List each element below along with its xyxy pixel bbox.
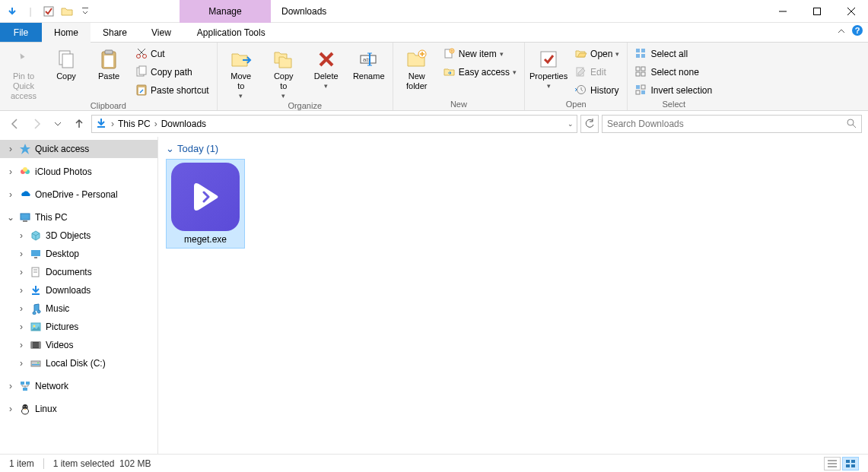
chevron-right-icon[interactable]: › bbox=[6, 166, 15, 177]
help-icon[interactable]: ? bbox=[851, 24, 863, 39]
address-dropdown-icon[interactable]: ⌄ bbox=[568, 120, 574, 128]
svg-rect-67 bbox=[32, 364, 40, 366]
onedrive-icon bbox=[18, 188, 32, 201]
ribbon-collapse-icon[interactable] bbox=[838, 27, 845, 37]
file-list[interactable]: ⌄ Today (1) meget.exe bbox=[158, 137, 868, 454]
qa-dropdown-icon[interactable] bbox=[78, 4, 93, 19]
search-input[interactable]: Search Downloads bbox=[602, 115, 862, 133]
home-tab[interactable]: Home bbox=[42, 23, 91, 42]
recent-dropdown[interactable] bbox=[49, 115, 67, 133]
sidebar-item-quick-access[interactable]: › Quick access bbox=[0, 140, 157, 158]
select-none-button[interactable]: Select none bbox=[632, 64, 715, 81]
svg-rect-3 bbox=[813, 8, 820, 15]
back-button[interactable] bbox=[6, 115, 24, 133]
copy-button[interactable]: Copy bbox=[47, 44, 85, 81]
chevron-right-icon[interactable]: › bbox=[17, 267, 26, 277]
downloads-location-icon bbox=[95, 117, 107, 131]
chevron-right-icon[interactable]: › bbox=[6, 189, 15, 200]
sidebar-item-linux[interactable]: ›Linux bbox=[0, 400, 157, 418]
context-tab-manage[interactable]: Manage bbox=[180, 0, 271, 23]
disk-icon bbox=[29, 357, 43, 369]
chevron-right-icon[interactable]: › bbox=[17, 230, 26, 241]
edit-button[interactable]: Edit bbox=[572, 64, 622, 81]
sidebar-item-documents[interactable]: ›Documents bbox=[0, 263, 157, 281]
svg-rect-11 bbox=[105, 50, 113, 54]
sidebar-item-local-disk[interactable]: ›Local Disk (C:) bbox=[0, 354, 157, 372]
sidebar-item-onedrive[interactable]: › OneDrive - Personal bbox=[0, 185, 157, 204]
file-tab[interactable]: File bbox=[0, 23, 42, 42]
chevron-right-icon[interactable]: › bbox=[6, 404, 15, 414]
svg-rect-12 bbox=[104, 55, 113, 67]
maximize-button[interactable] bbox=[800, 0, 834, 23]
sidebar-item-icloud[interactable]: › iCloud Photos bbox=[0, 163, 157, 181]
rename-button[interactable]: ab Rename bbox=[350, 44, 388, 81]
chevron-right-icon[interactable]: › bbox=[6, 144, 15, 154]
pictures-icon bbox=[29, 321, 43, 333]
chevron-down-icon[interactable]: ⌄ bbox=[166, 143, 174, 154]
application-tools-tab[interactable]: Application Tools bbox=[185, 23, 278, 42]
breadcrumb-downloads[interactable]: Downloads bbox=[161, 119, 206, 129]
close-button[interactable] bbox=[834, 0, 868, 23]
svg-point-14 bbox=[143, 54, 147, 58]
chevron-right-icon[interactable]: › bbox=[152, 119, 160, 129]
refresh-button[interactable] bbox=[580, 115, 599, 133]
pin-quick-access-button[interactable]: Pin to Quick access bbox=[5, 44, 43, 101]
copy-path-button[interactable]: Copy path bbox=[132, 64, 212, 81]
easy-access-button[interactable]: Easy access ▾ bbox=[440, 64, 520, 81]
properties-checkbox-icon[interactable] bbox=[41, 4, 56, 19]
sidebar-item-desktop[interactable]: ›Desktop bbox=[0, 245, 157, 263]
ribbon-group-label: Open bbox=[529, 100, 622, 110]
icons-view-button[interactable] bbox=[842, 457, 859, 470]
chevron-right-icon[interactable]: › bbox=[17, 322, 26, 332]
svg-point-73 bbox=[24, 406, 24, 407]
new-item-button[interactable]: New item ▾ bbox=[440, 46, 520, 62]
up-button[interactable] bbox=[70, 115, 88, 133]
chevron-right-icon[interactable]: › bbox=[17, 303, 26, 314]
sidebar-item-this-pc[interactable]: ⌄ This PC bbox=[0, 208, 157, 226]
downloads-icon bbox=[29, 284, 43, 296]
chevron-right-icon[interactable]: › bbox=[6, 381, 15, 391]
paste-shortcut-button[interactable]: Paste shortcut bbox=[132, 82, 212, 99]
invert-selection-button[interactable]: Invert selection bbox=[632, 82, 715, 99]
delete-button[interactable]: Delete ▾ bbox=[307, 44, 345, 91]
sidebar-item-3d-objects[interactable]: ›3D Objects bbox=[0, 226, 157, 245]
cut-button[interactable]: Cut bbox=[132, 46, 212, 62]
qa-separator: | bbox=[23, 4, 38, 19]
sidebar-item-network[interactable]: ›Network bbox=[0, 377, 157, 395]
chevron-right-icon[interactable]: › bbox=[17, 340, 26, 350]
copy-to-button[interactable]: Copy to ▾ bbox=[265, 44, 303, 101]
chevron-right-icon[interactable]: › bbox=[17, 285, 26, 296]
chevron-right-icon[interactable]: › bbox=[17, 358, 26, 369]
breadcrumb[interactable]: › This PC › Downloads ⌄ bbox=[91, 115, 577, 133]
sidebar-item-videos[interactable]: ›Videos bbox=[0, 336, 157, 354]
svg-point-74 bbox=[26, 406, 27, 407]
new-folder-button[interactable]: New folder bbox=[398, 44, 436, 91]
svg-rect-38 bbox=[636, 67, 640, 71]
file-item-meget[interactable]: meget.exe bbox=[166, 159, 245, 249]
down-arrow-icon[interactable] bbox=[5, 4, 20, 19]
sidebar-item-downloads[interactable]: ›Downloads bbox=[0, 281, 157, 299]
svg-rect-80 bbox=[846, 464, 850, 467]
details-view-button[interactable] bbox=[824, 457, 841, 470]
move-to-button[interactable]: Move to ▾ bbox=[222, 44, 260, 101]
group-header-today[interactable]: ⌄ Today (1) bbox=[166, 143, 860, 154]
forward-button[interactable] bbox=[27, 115, 46, 133]
chevron-right-icon[interactable]: › bbox=[109, 119, 116, 129]
minimize-button[interactable] bbox=[765, 0, 800, 23]
paste-button[interactable]: Paste bbox=[90, 44, 128, 81]
sidebar-item-pictures[interactable]: ›Pictures bbox=[0, 318, 157, 336]
properties-button[interactable]: Properties ▾ bbox=[529, 44, 568, 91]
properties-icon bbox=[539, 47, 558, 71]
open-button[interactable]: Open ▾ bbox=[572, 46, 622, 62]
sidebar-item-music[interactable]: ›Music bbox=[0, 299, 157, 318]
chevron-down-icon[interactable]: ⌄ bbox=[6, 212, 15, 223]
share-tab[interactable]: Share bbox=[91, 23, 139, 42]
view-tab[interactable]: View bbox=[139, 23, 183, 42]
breadcrumb-this-pc[interactable]: This PC bbox=[118, 119, 151, 129]
history-button[interactable]: History bbox=[572, 82, 622, 99]
desktop-icon bbox=[29, 248, 43, 260]
select-all-button[interactable]: Select all bbox=[632, 46, 715, 62]
chevron-right-icon[interactable]: › bbox=[17, 249, 26, 259]
folder-icon[interactable] bbox=[59, 4, 75, 19]
svg-text:?: ? bbox=[855, 26, 860, 35]
